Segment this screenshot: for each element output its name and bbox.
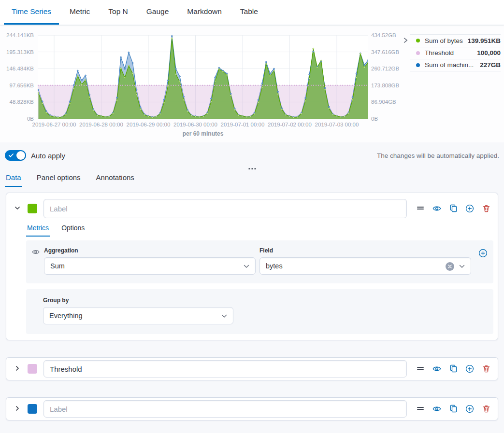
legend-item-threshold[interactable]: Threshold 100,000 <box>410 47 501 59</box>
collapse-series-button[interactable] <box>13 204 22 213</box>
y-left-tick: 146.484KB <box>0 66 34 71</box>
toggle-series-visibility-button[interactable] <box>432 204 442 213</box>
y-left-tick: 195.313KB <box>0 49 34 55</box>
chevron-down-icon <box>14 204 21 212</box>
delete-series-button[interactable] <box>481 404 491 414</box>
aggregation-value: Sum <box>50 262 65 270</box>
x-tick: 2019-07-01 00:00 <box>216 122 269 127</box>
bucket-interval-caption: per 60 minutes <box>183 130 224 137</box>
group-by-label: Group by <box>43 297 486 304</box>
series-sub-tabs: Metrics Options <box>26 224 498 237</box>
group-by-select[interactable]: Everything <box>43 307 233 324</box>
delete-series-button[interactable] <box>481 204 491 213</box>
add-metric-button[interactable] <box>478 248 488 258</box>
x-tick: 2019-06-30 00:00 <box>169 122 222 127</box>
series-color-swatch[interactable] <box>28 404 37 414</box>
tab-gauge[interactable]: Gauge <box>139 0 177 25</box>
legend-series-name: Sum of machin... <box>425 61 477 69</box>
clone-series-button[interactable] <box>448 364 458 374</box>
tab-options[interactable]: Options <box>60 224 86 237</box>
tab-table[interactable]: Table <box>232 0 266 25</box>
legend-series-value: 139.951KB <box>468 37 501 44</box>
y-left-tick: 97.656KB <box>0 83 34 88</box>
series-header <box>6 193 498 218</box>
add-series-button[interactable] <box>465 204 475 213</box>
drag-handle-icon[interactable] <box>416 204 425 213</box>
timeseries-chart-panel: 244.141KB 195.313KB 146.484KB 97.656KB 4… <box>0 25 504 142</box>
panel-resize-handle[interactable] <box>247 167 257 170</box>
copy-icon <box>449 364 458 373</box>
tab-data[interactable]: Data <box>5 168 22 187</box>
y-right-tick: 86.904GB <box>371 99 405 105</box>
series-color-swatch[interactable] <box>28 204 37 213</box>
toggle-knob <box>16 151 25 160</box>
toggle-series-visibility-button[interactable] <box>432 364 442 374</box>
chevron-right-icon <box>403 38 408 43</box>
x-tick: 2019-06-27 00:00 <box>28 122 81 127</box>
eye-icon <box>432 364 441 373</box>
add-series-button[interactable] <box>465 364 475 374</box>
auto-apply-label: Auto apply <box>31 152 65 160</box>
aggregation-select[interactable]: Sum <box>44 257 256 275</box>
clone-series-button[interactable] <box>448 204 458 213</box>
series-label-input[interactable] <box>43 199 407 218</box>
clear-field-button[interactable] <box>446 262 454 271</box>
field-combobox[interactable]: bytes <box>259 257 471 275</box>
group-by-value: Everything <box>49 312 83 320</box>
legend-series-value: 100,000 <box>477 49 501 56</box>
x-tick: 2019-06-29 00:00 <box>122 122 175 127</box>
chevron-down-icon <box>244 265 249 268</box>
series-header <box>6 358 498 380</box>
auto-apply-toggle[interactable] <box>5 150 26 161</box>
y-right-tick: 260.712GB <box>371 66 405 71</box>
series-color-dot <box>416 51 420 55</box>
expand-series-button[interactable] <box>13 364 22 373</box>
tab-metric[interactable]: Metric <box>62 0 98 25</box>
drag-handle-icon[interactable] <box>416 364 425 374</box>
chart-plot-area[interactable] <box>38 35 368 119</box>
legend-series-name: Sum of bytes <box>425 37 465 44</box>
plus-circle-icon <box>478 249 488 258</box>
y-left-tick: 244.141KB <box>0 32 34 38</box>
series-card-1: Metrics Options Aggregation <box>6 193 498 340</box>
tab-time-series[interactable]: Time Series <box>4 0 59 25</box>
tab-panel-options[interactable]: Panel options <box>36 168 82 187</box>
field-value: bytes <box>266 262 283 270</box>
series-actions <box>416 364 491 374</box>
series-header <box>6 398 498 420</box>
expand-series-button[interactable] <box>13 405 22 413</box>
cross-icon <box>447 264 452 269</box>
clone-series-button[interactable] <box>448 404 458 414</box>
add-series-button[interactable] <box>465 404 475 414</box>
series-color-swatch[interactable] <box>28 364 37 374</box>
editor-section-tabs: Data Panel options Annotations <box>0 168 504 187</box>
series-actions <box>416 204 491 213</box>
series-label-input[interactable] <box>43 400 407 418</box>
x-tick: 2019-06-28 00:00 <box>75 122 128 127</box>
plus-circle-icon <box>465 364 474 373</box>
aggregation-label: Aggregation <box>44 247 256 254</box>
auto-apply-bar: Auto apply The changes will be automatic… <box>0 142 504 168</box>
metric-visibility-eye-icon[interactable] <box>32 248 40 258</box>
series-actions <box>416 404 491 414</box>
tab-annotations[interactable]: Annotations <box>95 168 135 187</box>
delete-series-button[interactable] <box>481 364 491 374</box>
legend-item-sum-of-machine-ram[interactable]: Sum of machin... 227GB <box>410 59 501 71</box>
chevron-right-icon <box>14 364 21 372</box>
auto-apply-note: The changes will be automatically applie… <box>377 152 499 159</box>
legend-item-sum-of-bytes[interactable]: Sum of bytes 139.951KB <box>410 34 501 47</box>
tab-metrics[interactable]: Metrics <box>26 224 50 237</box>
drag-handle-icon[interactable] <box>416 404 425 414</box>
tab-top-n[interactable]: Top N <box>101 0 136 25</box>
series-label-input[interactable] <box>43 360 407 377</box>
trash-icon <box>482 364 490 373</box>
legend-collapse-button[interactable] <box>402 37 409 44</box>
check-icon <box>9 154 14 157</box>
group-by-row: Group by Everything <box>26 289 493 334</box>
tab-markdown[interactable]: Markdown <box>179 0 230 25</box>
plus-circle-icon <box>465 405 474 413</box>
copy-icon <box>449 405 458 413</box>
chevron-down-icon <box>221 314 227 318</box>
y-left-tick: 0B <box>0 116 34 122</box>
toggle-series-visibility-button[interactable] <box>432 404 442 414</box>
